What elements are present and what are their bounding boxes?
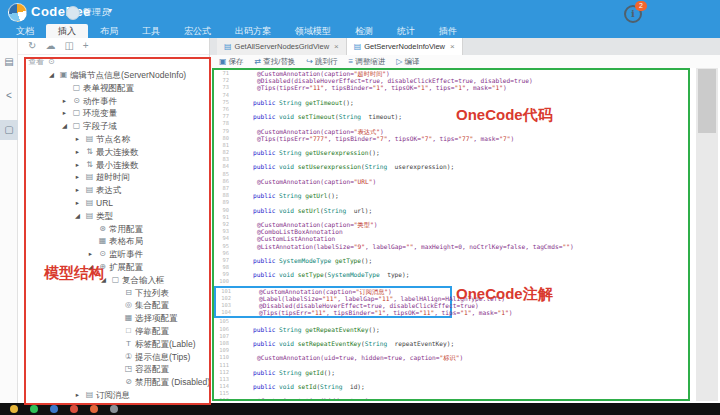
tree-item[interactable]: ◢⊕扩展配置	[18, 261, 209, 274]
tree-item[interactable]: ▸▤超时时间	[18, 171, 209, 184]
tree-item[interactable]: ⊟下拉列表	[18, 287, 209, 300]
expander-open-icon[interactable]: ◢	[72, 210, 83, 223]
tree-item-label: URL	[96, 197, 113, 210]
activity-bar: ▤<▢	[0, 38, 18, 403]
expander-open-icon[interactable]: ◢	[98, 274, 109, 287]
tree-item[interactable]: ◎集合配置	[18, 299, 209, 312]
expander-closed-icon[interactable]: ▸	[59, 95, 70, 108]
tree-item[interactable]: ◢▢字段子域	[18, 120, 209, 133]
user-menu[interactable]: 管理员	[83, 6, 110, 19]
tree-item[interactable]: ①提示信息(Tips)	[18, 351, 209, 364]
expander-closed-icon[interactable]: ▸	[59, 107, 70, 120]
toolbar-button-3[interactable]: ↪跳到行	[306, 57, 337, 67]
menu-tabs: 文档插入布局工具宏公式出码方案领域模型检测统计插件	[0, 24, 720, 38]
snapshot-icon[interactable]: ◫	[64, 38, 73, 54]
menu-tab-4[interactable]: 工具	[130, 24, 172, 38]
code-line: 77public void setTimeout(String timeout)…	[214, 113, 688, 120]
panel-icon[interactable]: ▢	[0, 120, 18, 140]
toolbar-button-1[interactable]: ▣保存	[219, 57, 244, 67]
code-line: 78	[214, 120, 688, 127]
expander-closed-icon[interactable]: ▸	[72, 133, 83, 146]
menu-tab-9[interactable]: 统计	[385, 24, 427, 38]
chevron-down-icon[interactable]: ▾	[108, 6, 112, 15]
tree-item[interactable]: ▸⊙动作事件	[18, 95, 209, 108]
code-text: @Tips(tipsErr="11", tipsBinder="1", tips…	[233, 84, 507, 91]
expander-closed-icon[interactable]: ▸	[72, 171, 83, 184]
cloud-upload-icon[interactable]: ☁	[45, 38, 55, 54]
code-line: 87	[214, 185, 688, 192]
expander-closed-icon[interactable]: ▸	[72, 146, 83, 159]
add-icon[interactable]: +	[83, 38, 89, 54]
expander-closed-icon[interactable]: ▸	[72, 184, 83, 197]
taskbar-app-icon[interactable]	[10, 405, 18, 413]
expander-open-icon[interactable]: ◢	[85, 261, 96, 274]
code-text: @CustomAnnotation(caption="表达式")	[233, 128, 384, 135]
tree-item[interactable]: ⊘禁用配置 (Disabled)	[18, 376, 209, 389]
tree-item[interactable]: ◢▣编辑节点信息(ServerNodeInfo)	[18, 69, 209, 82]
tree-item[interactable]: ◢▢复合输入框	[18, 274, 209, 287]
editor-tab-2[interactable]: ▤GetServerNodeInfoView×	[347, 38, 463, 55]
scrollbar[interactable]	[696, 68, 718, 401]
tree-item-label: 标签配置(Lable)	[135, 338, 195, 351]
tree-item[interactable]: □停靠配置	[18, 325, 209, 338]
taskbar-app-icon[interactable]	[90, 405, 98, 413]
code-text	[233, 376, 253, 383]
line-number: 87	[214, 185, 233, 192]
tree-item[interactable]: ▸▤节点名称	[18, 133, 209, 146]
expander-open-icon[interactable]: ◢	[46, 69, 57, 82]
tree-item[interactable]: ▸▤URL	[18, 197, 209, 210]
menu-tab-8[interactable]: 检测	[343, 24, 385, 38]
share-icon[interactable]: <	[0, 86, 18, 106]
tree-item[interactable]: ▦表格布局	[18, 235, 209, 248]
tree-item[interactable]: ⊛常用配置	[18, 223, 209, 236]
taskbar-app-icon[interactable]	[30, 405, 38, 413]
menu-tab-3[interactable]: 布局	[88, 24, 130, 38]
toolbar-button-2[interactable]: ⇄查找/替换	[255, 57, 296, 67]
avatar[interactable]	[66, 6, 80, 20]
code-line: 109	[214, 347, 688, 354]
scrollbar-thumb[interactable]	[698, 69, 716, 133]
view-filter-icon[interactable]: ⊙	[48, 57, 55, 66]
tree-item[interactable]: T标签配置(Lable)	[18, 338, 209, 351]
expander-closed-icon[interactable]: ▸	[85, 248, 96, 261]
toolbar-button-label: 编译	[404, 57, 419, 67]
data-grid-icon[interactable]: ▤	[0, 52, 18, 72]
code-line: 106public String getRepeatEventKey();	[214, 326, 688, 333]
taskbar-app-icon[interactable]	[70, 405, 78, 413]
taskbar-app-icon[interactable]	[110, 405, 118, 413]
taskbar-app-icon[interactable]	[50, 405, 58, 413]
code-text	[233, 171, 253, 178]
menu-tab-1[interactable]: 文档	[4, 24, 46, 38]
tree-item[interactable]: ▸⇅最小连接数	[18, 159, 209, 172]
tree-item[interactable]: ▸▤订阅消息	[18, 389, 209, 402]
menu-tab-6[interactable]: 出码方案	[223, 24, 283, 38]
line-number: 108	[214, 340, 233, 347]
code-line: 82public String getUserexpression();	[214, 149, 688, 156]
expander-closed-icon[interactable]: ▸	[72, 159, 83, 172]
tree-item[interactable]: ◢▤类型	[18, 210, 209, 223]
menu-tab-10[interactable]: 插件	[427, 24, 469, 38]
close-icon[interactable]: ×	[334, 42, 339, 51]
menu-tab-7[interactable]: 领域模型	[283, 24, 343, 38]
expander-open-icon[interactable]: ◢	[59, 120, 70, 133]
tree-item[interactable]: ▦选择项配置	[18, 312, 209, 325]
tree-item[interactable]: ▸▢环境变量	[18, 107, 209, 120]
editor-tab-1[interactable]: ▤GetAllServerNodesGridView×	[217, 38, 347, 55]
menu-tab-2[interactable]: 插入	[46, 24, 88, 38]
tree-item[interactable]: ▢表单视图配置	[18, 82, 209, 95]
notification-button[interactable]: i 2	[624, 3, 650, 23]
code-editor[interactable]: 71@CustomAnnotation(caption="超时时间")72@Di…	[212, 68, 690, 401]
menu-tab-5[interactable]: 宏公式	[172, 24, 223, 38]
line-number: 116	[214, 397, 233, 401]
expander-closed-icon[interactable]: ▸	[72, 197, 83, 210]
close-icon[interactable]: ×	[450, 42, 455, 51]
tree-item[interactable]: ▸⊙监听事件	[18, 248, 209, 261]
refresh-icon[interactable]: ↻	[28, 38, 36, 54]
tree-item[interactable]: ▸⇅最大连接数	[18, 146, 209, 159]
line-number: 97	[214, 257, 233, 264]
toolbar-button-5[interactable]: ▷编译	[396, 57, 419, 67]
expander-closed-icon[interactable]: ▸	[72, 389, 83, 402]
tree-item[interactable]: ▸▤表达式	[18, 184, 209, 197]
tree-item[interactable]: ◳容器配置	[18, 363, 209, 376]
toolbar-button-4[interactable]: ≡调整缩进	[349, 57, 386, 67]
